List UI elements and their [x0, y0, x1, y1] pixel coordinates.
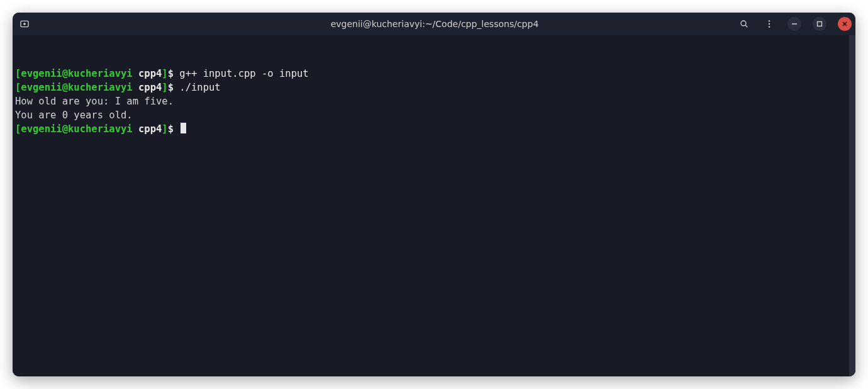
- prompt-open-bracket: [: [15, 82, 21, 93]
- close-button[interactable]: [838, 17, 852, 31]
- prompt-user-host: evgenii@kucheriavyi: [21, 82, 132, 93]
- prompt-close-bracket: ]: [162, 123, 167, 135]
- titlebar: evgenii@kucheriavyi:~/Code/cpp_lessons/c…: [13, 13, 855, 35]
- prompt-cwd: cpp4: [138, 68, 162, 79]
- svg-point-5: [769, 20, 770, 21]
- prompt-user-host: evgenii@kucheriavyi: [21, 68, 132, 79]
- command-text: g++ input.cpp -o input: [179, 68, 308, 79]
- prompt-close-bracket: ]: [162, 68, 167, 79]
- close-icon: [842, 21, 848, 27]
- minimize-icon: [791, 21, 798, 27]
- prompt-cwd: cpp4: [138, 123, 162, 135]
- terminal-viewport[interactable]: [evgenii@kucheriavyi cpp4]$ g++ input.cp…: [13, 35, 855, 376]
- prompt-cwd: cpp4: [138, 82, 162, 93]
- window-title: evgenii@kucheriavyi:~/Code/cpp_lessons/c…: [143, 19, 726, 29]
- terminal-line: [evgenii@kucheriavyi cpp4]$ ./input: [15, 81, 853, 94]
- prompt-symbol: $: [168, 68, 174, 79]
- prompt-open-bracket: [: [15, 123, 21, 135]
- prompt-close-bracket: ]: [162, 82, 167, 93]
- prompt-symbol: $: [168, 123, 174, 135]
- search-icon: [739, 19, 749, 29]
- prompt-symbol: $: [168, 82, 174, 93]
- terminal-window: evgenii@kucheriavyi:~/Code/cpp_lessons/c…: [13, 13, 855, 376]
- cursor: [181, 123, 186, 133]
- prompt-open-bracket: [: [15, 68, 21, 79]
- terminal-line: You are 0 years old.: [15, 108, 853, 122]
- terminal-line: [evgenii@kucheriavyi cpp4]$ g++ input.cp…: [15, 67, 853, 81]
- output-text: You are 0 years old.: [15, 110, 133, 121]
- output-text: How old are you: I am five.: [15, 96, 174, 107]
- svg-point-3: [741, 21, 746, 26]
- maximize-button[interactable]: [813, 17, 826, 31]
- svg-point-6: [769, 23, 770, 25]
- minimize-button[interactable]: [787, 17, 801, 31]
- svg-point-7: [769, 26, 770, 27]
- command-text: ./input: [179, 82, 220, 93]
- kebab-menu-icon: [764, 19, 774, 29]
- menu-button[interactable]: [762, 17, 776, 31]
- new-tab-button[interactable]: [18, 17, 31, 31]
- terminal-line: [evgenii@kucheriavyi cpp4]$: [15, 122, 853, 136]
- terminal-line: How old are you: I am five.: [15, 94, 853, 108]
- search-button[interactable]: [737, 17, 751, 31]
- maximize-icon: [816, 21, 823, 27]
- scrollbar[interactable]: [849, 35, 855, 376]
- prompt-user-host: evgenii@kucheriavyi: [21, 123, 132, 135]
- svg-line-4: [745, 25, 747, 27]
- svg-rect-9: [818, 22, 822, 26]
- new-tab-icon: [19, 19, 30, 29]
